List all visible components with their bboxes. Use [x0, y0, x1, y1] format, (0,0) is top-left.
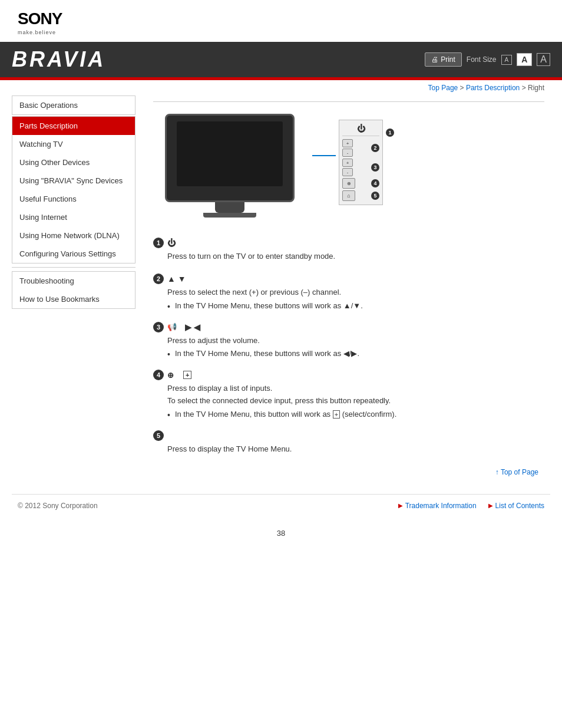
button-row-5: ⌂ 5: [342, 190, 379, 201]
section-2-arrows: ▲ ▼: [167, 274, 186, 284]
sidebar-header-basic-operations[interactable]: Basic Operations: [12, 95, 135, 115]
num-badge-2: 2: [153, 274, 164, 284]
power-button-symbol: ⏻: [357, 124, 365, 133]
num-badge-5: 5: [153, 430, 164, 441]
top-of-page-link[interactable]: ↑ Top of Page: [495, 468, 538, 476]
sidebar-nav-group: Parts Description Watching TV Using Othe…: [12, 116, 135, 263]
section-3-bullet-text: In the TV Home Menu, these buttons will …: [175, 349, 359, 358]
callout-2: 2: [371, 144, 379, 152]
font-size-label: Font Size: [467, 55, 497, 64]
desc-section-1: 1 ⏻ Press to turn on the TV or to enter …: [153, 238, 544, 263]
print-label: Print: [441, 55, 455, 64]
sidebar-item-label: Troubleshooting: [19, 276, 74, 285]
callout-5: 5: [371, 192, 379, 200]
content-area: ⏻ + - 2: [147, 95, 550, 482]
print-icon: 🖨: [431, 55, 438, 64]
section-4-text2: To select the connected device input, pr…: [153, 395, 544, 407]
sidebar-bottom-group: Troubleshooting How to Use Bookmarks: [12, 271, 135, 309]
sidebar-item-home-network[interactable]: Using Home Network (DLNA): [12, 226, 135, 245]
ch-up-button: +: [342, 139, 353, 147]
bullet-dot: •: [167, 302, 170, 311]
sidebar-item-bookmarks[interactable]: How to Use Bookmarks: [12, 290, 135, 308]
section-1-symbol: ⏻: [167, 238, 176, 248]
button-row-3: + - 3: [342, 159, 379, 176]
section-3-vol-icon: 📢: [167, 322, 177, 331]
sony-tagline: make.believe: [18, 29, 56, 35]
sidebar-item-label: Parts Description: [19, 121, 78, 130]
vol-up-button: +: [342, 159, 353, 167]
num-badge-1: 1: [153, 238, 164, 248]
breadcrumb-parts-description[interactable]: Parts Description: [466, 84, 520, 92]
desc-section-2: 2 ▲ ▼ Press to select the next (+) or pr…: [153, 274, 544, 311]
font-size-large-button[interactable]: A: [537, 53, 550, 66]
breadcrumb-current: Right: [528, 84, 544, 92]
sidebar-item-troubleshooting[interactable]: Troubleshooting: [12, 272, 135, 290]
list-of-contents-link[interactable]: ▶ List of Contents: [488, 502, 544, 510]
top-arrow-icon: ↑: [495, 468, 501, 476]
header-controls: 🖨 Print Font Size A A A: [425, 52, 550, 67]
breadcrumb-sep1: >: [460, 84, 466, 92]
sidebar-item-watching-tv[interactable]: Watching TV: [12, 135, 135, 153]
main-layout: Basic Operations Parts Description Watch…: [0, 95, 562, 482]
section-2-bullet-text: In the TV Home Menu, these buttons will …: [175, 301, 363, 310]
breadcrumb-top-page[interactable]: Top Page: [428, 84, 458, 92]
sidebar-item-label: Configuring Various Settings: [19, 249, 116, 258]
sidebar-header-label: Basic Operations: [19, 101, 78, 110]
button-row-2: + - 2: [342, 139, 379, 157]
bullet-dot: •: [167, 410, 170, 420]
section-3-header: 3 📢 ▶ ◀: [153, 322, 200, 332]
trademark-link[interactable]: ▶ Trademark Information: [398, 502, 477, 510]
section-3-text: Press to adjust the volume.: [153, 335, 544, 347]
ch-down-button: -: [342, 149, 353, 157]
logo-area: SONY make.believe: [0, 0, 562, 42]
print-button[interactable]: 🖨 Print: [425, 52, 462, 67]
section-4-text1: Press to display a list of inputs.: [153, 383, 544, 395]
section-4-bullet: • In the TV Home Menu, this button will …: [153, 410, 544, 420]
section-3-bullet: • In the TV Home Menu, these buttons wil…: [153, 349, 544, 359]
num-badge-4: 4: [153, 370, 164, 380]
section-1-text: Press to turn on the TV or to enter stan…: [153, 251, 544, 263]
sidebar-item-label: Using Other Devices: [19, 158, 90, 167]
section-2-text: Press to select the next (+) or previous…: [153, 286, 544, 299]
font-size-medium-button[interactable]: A: [517, 53, 532, 66]
tv-screen: [177, 121, 283, 186]
contents-arrow-icon: ▶: [488, 502, 493, 509]
side-buttons-area: ⏻ + - 2: [312, 120, 383, 205]
breadcrumb-sep2: >: [522, 84, 528, 92]
section-3-arrows: ▶ ◀: [185, 322, 200, 332]
sidebar-item-label: Using Internet: [19, 213, 67, 222]
bottom-bar: © 2012 Sony Corporation ▶ Trademark Info…: [12, 494, 550, 517]
sidebar-item-using-other-devices[interactable]: Using Other Devices: [12, 153, 135, 172]
callout-3: 3: [371, 163, 379, 172]
trademark-link-label: Trademark Information: [405, 502, 477, 510]
sidebar-item-using-internet[interactable]: Using Internet: [12, 208, 135, 226]
content-divider: [153, 101, 544, 102]
desc-section-5: 5 Press to display the TV Home Menu.: [153, 430, 544, 456]
page-number: 38: [0, 517, 562, 555]
tv-stand: [215, 202, 244, 213]
sidebar-item-label: Useful Functions: [19, 195, 77, 203]
breadcrumb: Top Page > Parts Description > Right: [0, 80, 562, 95]
bravia-header: BRAVIA 🖨 Print Font Size A A A: [0, 42, 562, 77]
section-5-text: Press to display the TV Home Menu.: [153, 443, 544, 456]
home-button: ⌂: [342, 190, 355, 201]
tv-base: [203, 213, 256, 218]
page-number-value: 38: [277, 529, 285, 538]
sidebar-item-configuring[interactable]: Configuring Various Settings: [12, 245, 135, 263]
trademark-arrow-icon: ▶: [398, 502, 403, 509]
bullet-dot: •: [167, 350, 170, 359]
content-footer: ↑ Top of Page: [153, 467, 544, 476]
sidebar-item-useful-functions[interactable]: Useful Functions: [12, 190, 135, 208]
sidebar-item-bravia-sync[interactable]: Using "BRAVIA" Sync Devices: [12, 172, 135, 190]
section-1-header: 1 ⏻: [153, 238, 176, 248]
sony-logo: SONY make.believe: [18, 11, 62, 36]
bravia-title: BRAVIA: [12, 47, 105, 72]
section-5-header: 5: [153, 430, 164, 441]
font-size-small-button[interactable]: A: [501, 55, 513, 65]
sidebar-item-label: Watching TV: [19, 140, 63, 149]
top-of-page-label: Top of Page: [501, 468, 538, 476]
input-button: ⊕: [342, 178, 355, 189]
section-4-input-icon: ⊕: [167, 371, 174, 380]
tv-illustration: [153, 114, 306, 220]
sidebar-item-parts-description[interactable]: Parts Description: [12, 117, 135, 135]
